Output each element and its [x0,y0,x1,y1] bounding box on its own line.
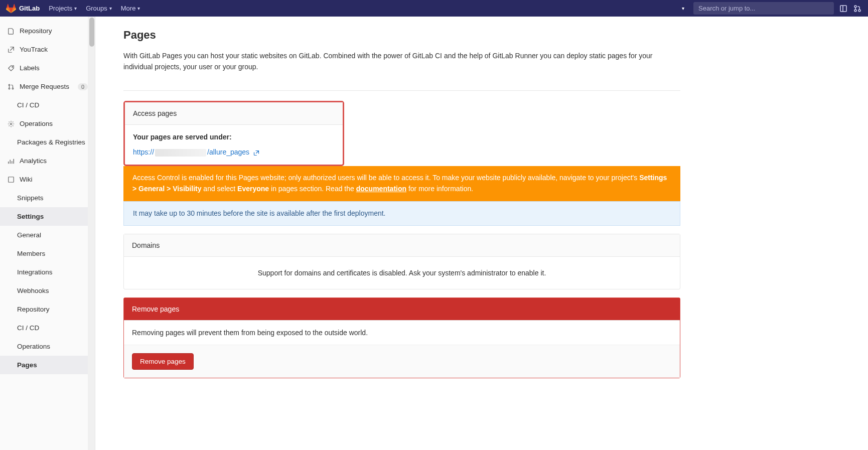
book-icon [7,176,15,183]
svg-rect-9 [8,177,14,182]
svg-point-7 [12,88,14,89]
sidebar-item-cicd[interactable]: CI / CD [0,96,95,114]
svg-point-1 [854,6,856,8]
brand-label: GitLab [19,5,40,12]
remove-pages-body: Removing pages will prevent them from be… [124,321,680,345]
deployment-info-alert: It may take up to 30 minutes before the … [123,201,680,226]
sidebar-item-webhooks[interactable]: Webhooks [0,281,95,300]
svg-point-6 [9,88,10,89]
search-input[interactable] [693,2,834,15]
svg-point-3 [858,10,860,12]
access-pages-header: Access pages [125,102,343,125]
sidebar-item-wiki[interactable]: Wiki [0,170,95,189]
chevron-down-icon: ▾ [137,6,140,11]
page-description: With GitLab Pages you can host your stat… [123,51,675,72]
access-control-alert: Access Control is enabled for this Pages… [123,166,680,201]
domains-card: Domains Support for domains and certific… [123,234,680,289]
sidebar-item-snippets[interactable]: Snippets [0,189,95,207]
sidebar-item-general[interactable]: General [0,226,95,244]
sidebar-item-members[interactable]: Members [0,244,95,263]
nav-groups[interactable]: Groups▾ [86,5,112,12]
remove-pages-card: Remove pages Removing pages will prevent… [123,297,680,378]
sidebar: Repository YouTrack Labels Merge Request… [0,17,95,450]
sidebar-item-analytics[interactable]: Analytics [0,152,95,170]
redacted-host [155,149,206,157]
sidebar-item-youtrack[interactable]: YouTrack [0,40,95,59]
new-window-icon[interactable] [839,4,848,13]
chevron-down-icon[interactable]: ▾ [682,6,684,11]
gear-icon [7,120,15,127]
served-under-label: Your pages are served under: [133,133,335,141]
sidebar-item-operations[interactable]: Operations [0,114,95,133]
separator [123,90,680,91]
documentation-link[interactable]: documentation [356,185,406,193]
pages-url-link[interactable]: https:///allure_pages [133,148,259,156]
sidebar-item-settings-repository[interactable]: Repository [0,300,95,319]
domains-disabled-message: Support for domains and certificates is … [124,257,680,289]
sidebar-item-repository[interactable]: Repository [0,22,95,40]
sidebar-item-packages[interactable]: Packages & Registries [0,133,95,152]
file-icon [7,27,15,35]
sidebar-item-truncated[interactable] [0,17,95,22]
merge-request-icon [7,83,15,90]
access-pages-card: Access pages Your pages are served under… [123,101,344,166]
gitlab-logo[interactable]: GitLab [6,4,40,14]
tag-icon [7,64,15,72]
chevron-down-icon: ▾ [109,6,112,11]
analytics-icon [7,157,15,165]
page-title: Pages [123,29,680,42]
sidebar-item-settings[interactable]: Settings [0,207,95,226]
sidebar-item-integrations[interactable]: Integrations [0,263,95,281]
topbar: GitLab Projects▾ Groups▾ More▾ ▾ [0,0,868,17]
nav-projects[interactable]: Projects▾ [49,5,77,12]
svg-point-2 [854,10,856,12]
domains-header: Domains [124,234,680,257]
merge-request-icon[interactable] [853,4,862,13]
svg-point-8 [10,123,12,125]
merge-requests-badge: 0 [78,83,88,90]
nav-more[interactable]: More▾ [121,5,140,12]
svg-rect-0 [840,6,846,12]
svg-point-5 [9,84,10,86]
remove-pages-button[interactable]: Remove pages [132,353,194,370]
sidebar-item-merge-requests[interactable]: Merge Requests 0 [0,77,95,96]
sidebar-item-settings-cicd[interactable]: CI / CD [0,319,95,337]
svg-point-4 [12,66,13,67]
gitlab-icon [6,4,16,14]
content-area: Pages With GitLab Pages you can host you… [95,17,868,450]
sidebar-item-settings-operations[interactable]: Operations [0,337,95,356]
remove-pages-header: Remove pages [124,298,680,321]
chevron-down-icon: ▾ [74,6,77,11]
external-link-icon [253,150,259,156]
sidebar-item-pages[interactable]: Pages [0,356,95,374]
sidebar-item-labels[interactable]: Labels [0,59,95,77]
external-link-icon [7,46,15,53]
sidebar-scrollbar[interactable] [88,17,95,450]
